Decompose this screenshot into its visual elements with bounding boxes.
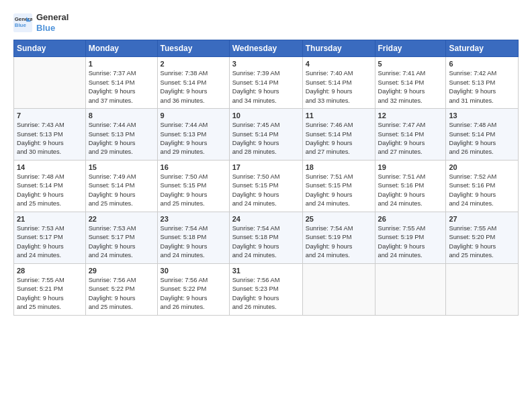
calendar-cell: 21Sunrise: 7:53 AMSunset: 5:17 PMDayligh…	[14, 212, 86, 263]
day-info: Sunrise: 7:52 AMSunset: 5:16 PMDaylight:…	[449, 173, 515, 209]
day-info: Sunrise: 7:37 AMSunset: 5:14 PMDaylight:…	[89, 69, 154, 105]
sunrise-text: Sunrise: 7:55 AM	[449, 225, 496, 232]
daylight-text: Daylight: 9 hoursand 24 minutes.	[232, 243, 279, 259]
daylight-text: Daylight: 9 hoursand 24 minutes.	[232, 191, 279, 207]
day-number: 31	[232, 267, 300, 275]
sunset-text: Sunset: 5:14 PM	[161, 79, 207, 86]
calendar-cell: 6Sunrise: 7:42 AMSunset: 5:13 PMDaylight…	[446, 57, 519, 109]
sunrise-text: Sunrise: 7:46 AM	[306, 122, 353, 128]
day-info: Sunrise: 7:50 AMSunset: 5:15 PMDaylight:…	[161, 173, 226, 209]
sunset-text: Sunset: 5:18 PM	[232, 234, 279, 240]
day-info: Sunrise: 7:54 AMSunset: 5:18 PMDaylight:…	[161, 224, 226, 261]
day-info: Sunrise: 7:56 AMSunset: 5:22 PMDaylight:…	[89, 276, 154, 312]
sunset-text: Sunset: 5:14 PM	[306, 79, 352, 86]
sunrise-text: Sunrise: 7:43 AM	[17, 122, 64, 128]
day-number: 19	[378, 163, 443, 171]
calendar-cell: 27Sunrise: 7:55 AMSunset: 5:20 PMDayligh…	[446, 212, 519, 263]
day-number: 13	[449, 111, 515, 120]
day-info: Sunrise: 7:39 AMSunset: 5:14 PMDaylight:…	[232, 69, 300, 105]
sunrise-text: Sunrise: 7:50 AM	[161, 173, 208, 180]
daylight-text: Daylight: 9 hoursand 26 minutes.	[161, 295, 208, 310]
sunset-text: Sunset: 5:14 PM	[89, 182, 135, 189]
day-info: Sunrise: 7:46 AMSunset: 5:14 PMDaylight:…	[306, 121, 372, 157]
daylight-text: Daylight: 9 hoursand 24 minutes.	[306, 243, 353, 259]
sunrise-text: Sunrise: 7:48 AM	[17, 173, 64, 180]
sunset-text: Sunset: 5:15 PM	[306, 182, 352, 189]
sunset-text: Sunset: 5:14 PM	[89, 79, 135, 86]
calendar-cell	[302, 263, 375, 315]
weekday-header: Thursday	[302, 40, 375, 57]
day-number: 24	[232, 215, 300, 223]
day-info: Sunrise: 7:45 AMSunset: 5:14 PMDaylight:…	[232, 121, 300, 157]
day-info: Sunrise: 7:51 AMSunset: 5:15 PMDaylight:…	[306, 173, 372, 209]
weekday-header: Tuesday	[157, 40, 229, 57]
day-info: Sunrise: 7:54 AMSunset: 5:19 PMDaylight:…	[306, 224, 372, 261]
day-number: 11	[306, 111, 372, 120]
day-info: Sunrise: 7:55 AMSunset: 5:20 PMDaylight:…	[449, 224, 515, 261]
sunset-text: Sunset: 5:22 PM	[161, 285, 207, 292]
day-info: Sunrise: 7:49 AMSunset: 5:14 PMDaylight:…	[89, 173, 154, 209]
daylight-text: Daylight: 9 hoursand 24 minutes.	[378, 191, 425, 207]
calendar-cell: 16Sunrise: 7:50 AMSunset: 5:15 PMDayligh…	[157, 160, 229, 212]
sunrise-text: Sunrise: 7:55 AM	[17, 277, 64, 283]
daylight-text: Daylight: 9 hoursand 25 minutes.	[89, 191, 136, 207]
sunrise-text: Sunrise: 7:50 AM	[232, 173, 280, 180]
sunrise-text: Sunrise: 7:56 AM	[232, 277, 280, 283]
day-info: Sunrise: 7:53 AMSunset: 5:17 PMDaylight:…	[89, 224, 154, 261]
sunset-text: Sunset: 5:14 PM	[306, 131, 352, 138]
sunrise-text: Sunrise: 7:44 AM	[161, 122, 208, 128]
day-info: Sunrise: 7:53 AMSunset: 5:17 PMDaylight:…	[17, 224, 83, 261]
day-number: 9	[161, 111, 226, 120]
calendar-cell: 10Sunrise: 7:45 AMSunset: 5:14 PMDayligh…	[229, 109, 302, 161]
sunrise-text: Sunrise: 7:45 AM	[232, 122, 280, 128]
day-info: Sunrise: 7:43 AMSunset: 5:13 PMDaylight:…	[17, 121, 83, 157]
daylight-text: Daylight: 9 hoursand 24 minutes.	[161, 243, 208, 259]
sunrise-text: Sunrise: 7:48 AM	[449, 122, 496, 128]
sunrise-text: Sunrise: 7:40 AM	[306, 70, 353, 77]
sunset-text: Sunset: 5:14 PM	[378, 131, 425, 138]
calendar-cell: 13Sunrise: 7:48 AMSunset: 5:14 PMDayligh…	[446, 109, 519, 161]
calendar-cell: 1Sunrise: 7:37 AMSunset: 5:14 PMDaylight…	[85, 57, 157, 109]
day-info: Sunrise: 7:44 AMSunset: 5:13 PMDaylight:…	[89, 121, 154, 157]
sunrise-text: Sunrise: 7:54 AM	[232, 225, 280, 232]
sunset-text: Sunset: 5:21 PM	[17, 285, 63, 292]
daylight-text: Daylight: 9 hoursand 29 minutes.	[89, 140, 136, 155]
day-number: 18	[306, 163, 372, 171]
calendar-cell: 7Sunrise: 7:43 AMSunset: 5:13 PMDaylight…	[14, 109, 86, 161]
day-info: Sunrise: 7:42 AMSunset: 5:13 PMDaylight:…	[449, 69, 515, 105]
day-info: Sunrise: 7:55 AMSunset: 5:19 PMDaylight:…	[378, 224, 443, 261]
daylight-text: Daylight: 9 hoursand 25 minutes.	[17, 191, 64, 207]
day-info: Sunrise: 7:51 AMSunset: 5:16 PMDaylight:…	[378, 173, 443, 209]
day-number: 30	[161, 267, 226, 275]
calendar-cell: 3Sunrise: 7:39 AMSunset: 5:14 PMDaylight…	[229, 57, 302, 109]
calendar-week-row: 21Sunrise: 7:53 AMSunset: 5:17 PMDayligh…	[14, 212, 519, 263]
logo-icon: General Blue	[13, 13, 32, 32]
daylight-text: Daylight: 9 hoursand 24 minutes.	[449, 191, 496, 207]
calendar-cell	[14, 57, 86, 109]
sunset-text: Sunset: 5:13 PM	[89, 131, 135, 138]
sunrise-text: Sunrise: 7:42 AM	[449, 70, 496, 77]
sunset-text: Sunset: 5:16 PM	[449, 182, 495, 189]
day-info: Sunrise: 7:50 AMSunset: 5:15 PMDaylight:…	[232, 173, 300, 209]
sunset-text: Sunset: 5:17 PM	[17, 234, 63, 240]
calendar-cell	[375, 263, 446, 315]
sunset-text: Sunset: 5:16 PM	[378, 182, 425, 189]
day-number: 21	[17, 215, 83, 223]
sunrise-text: Sunrise: 7:47 AM	[378, 122, 426, 128]
calendar-cell: 12Sunrise: 7:47 AMSunset: 5:14 PMDayligh…	[375, 109, 446, 161]
sunset-text: Sunset: 5:19 PM	[378, 234, 425, 240]
daylight-text: Daylight: 9 hoursand 29 minutes.	[161, 140, 208, 155]
calendar: SundayMondayTuesdayWednesdayThursdayFrid…	[13, 40, 519, 315]
calendar-header-row: SundayMondayTuesdayWednesdayThursdayFrid…	[14, 40, 519, 57]
sunset-text: Sunset: 5:14 PM	[232, 79, 279, 86]
sunset-text: Sunset: 5:13 PM	[449, 79, 495, 86]
sunrise-text: Sunrise: 7:54 AM	[161, 225, 208, 232]
daylight-text: Daylight: 9 hoursand 32 minutes.	[378, 88, 425, 103]
day-info: Sunrise: 7:54 AMSunset: 5:18 PMDaylight:…	[232, 224, 300, 261]
daylight-text: Daylight: 9 hoursand 36 minutes.	[161, 88, 208, 103]
sunset-text: Sunset: 5:23 PM	[232, 285, 279, 292]
day-number: 25	[306, 215, 372, 223]
calendar-cell: 25Sunrise: 7:54 AMSunset: 5:19 PMDayligh…	[302, 212, 375, 263]
day-number: 29	[89, 267, 154, 275]
calendar-cell: 19Sunrise: 7:51 AMSunset: 5:16 PMDayligh…	[375, 160, 446, 212]
